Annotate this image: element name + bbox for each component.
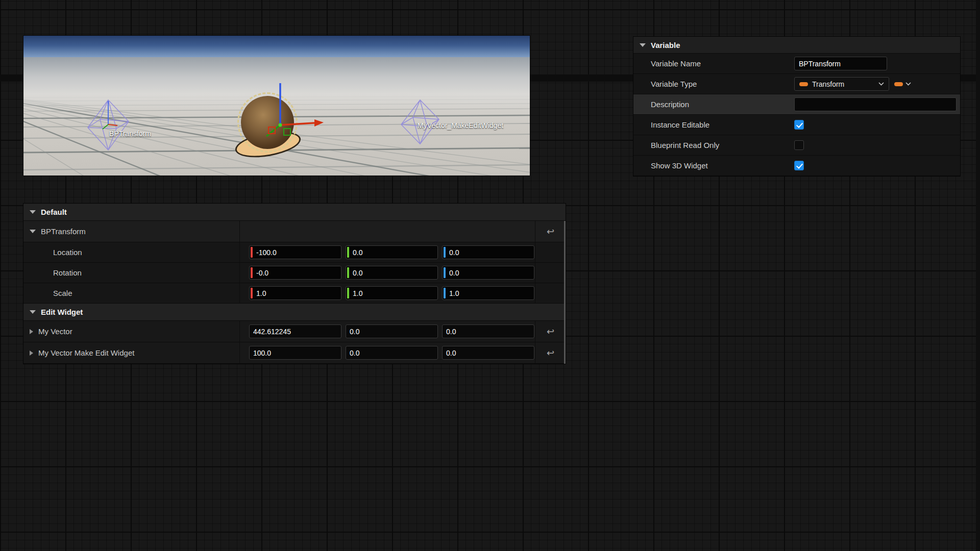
container-type-dropdown[interactable] [894,82,911,86]
rotation-z-field[interactable] [442,266,534,280]
level-viewport[interactable]: BPTransform MyVector_MakeEditWidget [23,35,530,176]
rotation-label: Rotation [53,268,82,277]
instance-editable-checkbox[interactable] [794,120,804,130]
expander-icon[interactable] [30,350,33,356]
mv-make-edit-widget-z-field[interactable] [442,346,534,360]
graph-right-edge [976,0,980,551]
location-x-field[interactable] [249,245,341,259]
scale-label: Scale [53,289,72,297]
bptransform-property-row: BPTransform ↩ [23,221,566,242]
scale-z-input[interactable] [446,289,534,297]
location-y-field[interactable] [346,245,438,259]
mv-make-edit-widget-y-input[interactable] [346,349,437,357]
container-type-pill-icon [894,82,903,86]
category-edit-widget[interactable]: Edit Widget [23,304,566,321]
rotation-row: Rotation [23,263,566,283]
reset-to-default-button[interactable]: ↩ [547,227,554,236]
reset-to-default-button[interactable]: ↩ [547,348,554,358]
category-default[interactable]: Default [23,204,566,221]
instance-editable-label: Instance Editable [633,120,794,129]
description-input[interactable] [794,97,957,111]
reset-to-default-button[interactable]: ↩ [547,327,554,336]
scale-x-input[interactable] [253,289,341,297]
location-label: Location [53,248,82,257]
variable-details-panel: Variable Variable Name Variable Type Tra… [633,36,961,177]
instance-editable-row: Instance Editable [633,115,960,135]
bptransform-property-label: BPTransform [41,227,86,236]
myvector-widget-label: MyVector_MakeEditWidget [418,121,503,130]
my-vector-y-field[interactable] [346,324,438,338]
my-vector-make-edit-widget-label: My Vector Make Edit Widget [38,348,134,357]
my-vector-label: My Vector [38,327,72,336]
mv-make-edit-widget-x-field[interactable] [249,346,341,360]
scale-x-field[interactable] [249,286,341,300]
my-vector-z-field[interactable] [442,324,534,338]
rotation-x-field[interactable] [249,266,341,280]
transform-type-pill-icon [799,82,808,86]
variable-type-dropdown[interactable]: Transform [794,77,889,91]
sky [23,36,530,57]
details-scrollbar[interactable] [564,221,566,364]
chevron-down-icon [905,82,911,86]
scale-z-field[interactable] [442,286,534,300]
variable-type-row: Variable Type Transform [633,74,960,94]
collapse-triangle-icon [30,210,36,214]
transform-gizmo[interactable] [243,64,355,151]
rotation-x-input[interactable] [253,269,341,277]
blueprint-read-only-label: Blueprint Read Only [633,141,794,149]
my-vector-z-input[interactable] [443,328,534,336]
bptransform-widget-wireframe[interactable] [83,97,134,156]
bptransform-widget-label: BPTransform [109,130,151,138]
location-z-input[interactable] [446,248,534,257]
variable-name-input[interactable] [794,57,887,70]
variable-type-label: Variable Type [633,80,794,88]
variable-name-label: Variable Name [633,59,794,68]
variable-section-title: Variable [651,41,680,49]
rotation-y-field[interactable] [346,266,438,280]
rotation-z-input[interactable] [446,269,534,277]
my-vector-x-field[interactable] [249,324,341,338]
show-3d-widget-checkbox[interactable] [794,161,804,170]
scale-row: Scale [23,283,566,304]
location-z-field[interactable] [442,245,534,259]
location-x-input[interactable] [253,248,341,257]
variable-section-header[interactable]: Variable [633,37,960,54]
show-3d-widget-label: Show 3D Widget [633,161,794,170]
show-3d-widget-row: Show 3D Widget [633,156,960,176]
mv-make-edit-widget-x-input[interactable] [250,349,341,357]
description-row: Description [633,94,960,115]
chevron-down-icon [878,82,884,86]
category-edit-widget-label: Edit Widget [41,308,83,316]
blueprint-read-only-row: Blueprint Read Only [633,135,960,156]
description-label: Description [633,100,794,109]
variable-name-row: Variable Name [633,54,960,74]
variable-type-value: Transform [812,80,874,88]
collapse-triangle-icon [30,310,36,314]
my-vector-row: My Vector ↩ [23,321,566,342]
scale-y-input[interactable] [349,289,437,297]
location-row: Location [23,242,566,263]
my-vector-make-edit-widget-row: My Vector Make Edit Widget ↩ [23,342,566,364]
expander-icon[interactable] [30,230,36,233]
mv-make-edit-widget-z-input[interactable] [443,349,534,357]
category-default-label: Default [41,208,67,216]
collapse-triangle-icon [640,43,646,47]
location-y-input[interactable] [349,248,437,257]
mv-make-edit-widget-y-field[interactable] [346,346,438,360]
class-defaults-panel: Default BPTransform ↩ Location [23,203,566,364]
my-vector-x-input[interactable] [250,328,341,336]
rotation-y-input[interactable] [349,269,437,277]
blueprint-read-only-checkbox[interactable] [794,140,804,150]
scale-y-field[interactable] [346,286,438,300]
expander-icon[interactable] [30,329,33,334]
my-vector-y-input[interactable] [346,328,437,336]
